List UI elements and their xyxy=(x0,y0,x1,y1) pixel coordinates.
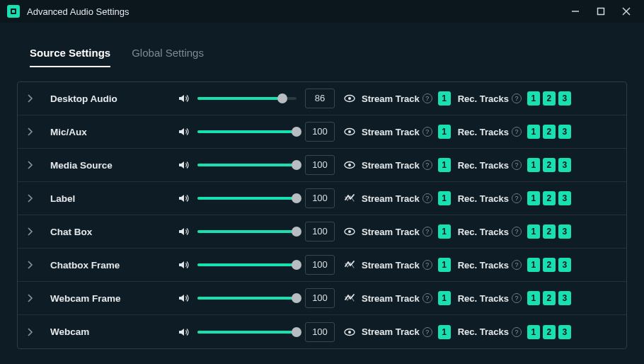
expand-chevron-icon[interactable] xyxy=(28,261,38,269)
rec-track-badge[interactable]: 1 xyxy=(527,258,540,272)
expand-chevron-icon[interactable] xyxy=(28,328,38,336)
help-icon[interactable]: ? xyxy=(512,227,522,237)
rec-track-badge[interactable]: 2 xyxy=(543,191,556,205)
volume-icon[interactable] xyxy=(178,259,189,271)
volume-slider[interactable] xyxy=(197,258,297,272)
rec-track-badge[interactable]: 1 xyxy=(527,125,540,139)
help-icon[interactable]: ? xyxy=(422,293,432,303)
visibility-icon[interactable] xyxy=(343,159,356,171)
volume-icon[interactable] xyxy=(178,193,189,204)
rec-track-badge[interactable]: 3 xyxy=(558,191,571,205)
stream-track-badge[interactable]: 1 xyxy=(438,224,451,239)
volume-icon[interactable] xyxy=(178,93,189,104)
stream-track-badge[interactable]: 1 xyxy=(438,291,451,305)
volume-input[interactable]: 100 xyxy=(305,222,335,241)
rec-track-badge[interactable]: 3 xyxy=(558,91,571,106)
source-row: Desktop Audio86Stream Track?1Rec. Tracks… xyxy=(18,82,626,115)
stream-track-badge[interactable]: 1 xyxy=(438,258,451,272)
rec-track-badge[interactable]: 3 xyxy=(558,291,571,305)
audio-monitoring-icon[interactable] xyxy=(343,193,356,204)
audio-monitoring-icon[interactable] xyxy=(343,259,356,271)
expand-chevron-icon[interactable] xyxy=(28,94,38,103)
rec-track-badge[interactable]: 1 xyxy=(527,158,540,172)
rec-track-badge[interactable]: 1 xyxy=(527,325,540,339)
help-icon[interactable]: ? xyxy=(512,160,522,170)
audio-monitoring-icon[interactable] xyxy=(343,292,356,304)
help-icon[interactable]: ? xyxy=(422,127,432,137)
stream-track-badge[interactable]: 1 xyxy=(438,191,451,205)
expand-chevron-icon[interactable] xyxy=(28,161,38,169)
stream-track-badge[interactable]: 1 xyxy=(438,91,451,106)
expand-chevron-icon[interactable] xyxy=(28,194,38,203)
volume-slider[interactable] xyxy=(197,325,297,339)
rec-tracks-label: Rec. Tracks xyxy=(458,227,509,237)
stream-track-badge[interactable]: 1 xyxy=(438,158,451,172)
rec-track-badge[interactable]: 3 xyxy=(558,224,571,239)
tab-source-settings[interactable]: Source Settings xyxy=(30,47,110,67)
rec-track-badge[interactable]: 1 xyxy=(527,91,540,106)
help-icon[interactable]: ? xyxy=(512,327,522,337)
rec-track-badge[interactable]: 2 xyxy=(543,291,556,305)
rec-track-badge[interactable]: 3 xyxy=(558,258,571,272)
volume-slider[interactable] xyxy=(197,291,297,305)
volume-input[interactable]: 100 xyxy=(305,288,335,308)
volume-slider[interactable] xyxy=(197,224,297,239)
help-icon[interactable]: ? xyxy=(512,193,522,203)
maximize-button[interactable] xyxy=(589,3,613,20)
rec-track-badge[interactable]: 1 xyxy=(527,191,540,205)
help-icon[interactable]: ? xyxy=(422,327,432,337)
volume-input[interactable]: 86 xyxy=(305,89,335,108)
rec-track-badge[interactable]: 2 xyxy=(543,125,556,139)
help-icon[interactable]: ? xyxy=(512,293,522,303)
volume-input[interactable]: 100 xyxy=(305,255,335,275)
volume-input[interactable]: 100 xyxy=(305,188,335,208)
visibility-icon[interactable] xyxy=(343,126,356,137)
volume-slider[interactable] xyxy=(197,125,297,139)
help-icon[interactable]: ? xyxy=(512,260,522,270)
help-icon[interactable]: ? xyxy=(422,227,432,237)
visibility-icon[interactable] xyxy=(343,93,356,104)
help-icon[interactable]: ? xyxy=(512,127,522,137)
volume-slider[interactable] xyxy=(197,91,297,106)
help-icon[interactable]: ? xyxy=(422,260,432,270)
minimize-button[interactable] xyxy=(563,3,587,20)
help-icon[interactable]: ? xyxy=(422,193,432,203)
stream-track-badge[interactable]: 1 xyxy=(438,125,451,139)
rec-track-badge[interactable]: 2 xyxy=(543,325,556,339)
rec-track-badge[interactable]: 1 xyxy=(527,224,540,239)
volume-input[interactable]: 100 xyxy=(305,322,335,342)
visibility-icon[interactable] xyxy=(343,326,356,338)
rec-track-badge[interactable]: 2 xyxy=(543,91,556,106)
volume-icon[interactable] xyxy=(178,159,189,171)
expand-chevron-icon[interactable] xyxy=(28,227,38,236)
rec-track-badge[interactable]: 3 xyxy=(558,325,571,339)
volume-input[interactable]: 100 xyxy=(305,122,335,142)
stream-track-badge[interactable]: 1 xyxy=(438,325,451,339)
rec-tracks-label: Rec. Tracks xyxy=(458,260,509,271)
rec-tracks-label: Rec. Tracks xyxy=(458,160,509,171)
volume-icon[interactable] xyxy=(178,126,189,137)
volume-slider[interactable] xyxy=(197,191,297,205)
rec-track-badge[interactable]: 2 xyxy=(543,224,556,239)
rec-track-badge[interactable]: 3 xyxy=(558,125,571,139)
visibility-icon[interactable] xyxy=(343,226,356,237)
volume-icon[interactable] xyxy=(178,292,189,304)
help-icon[interactable]: ? xyxy=(422,160,432,170)
rec-tracks-group: 123 xyxy=(527,158,571,172)
rec-track-badge[interactable]: 2 xyxy=(543,158,556,172)
stream-track-label: Stream Track xyxy=(362,93,420,104)
help-icon[interactable]: ? xyxy=(422,93,432,103)
rec-track-badge[interactable]: 2 xyxy=(543,258,556,272)
expand-chevron-icon[interactable] xyxy=(28,127,38,136)
help-icon[interactable]: ? xyxy=(512,93,522,103)
source-name: Desktop Audio xyxy=(50,93,178,104)
rec-track-badge[interactable]: 3 xyxy=(558,158,571,172)
close-button[interactable] xyxy=(614,3,638,20)
tab-global-settings[interactable]: Global Settings xyxy=(132,47,204,67)
volume-input[interactable]: 100 xyxy=(305,155,335,175)
rec-track-badge[interactable]: 1 xyxy=(527,291,540,305)
volume-icon[interactable] xyxy=(178,326,189,338)
volume-icon[interactable] xyxy=(178,226,189,237)
volume-slider[interactable] xyxy=(197,158,297,172)
expand-chevron-icon[interactable] xyxy=(28,294,38,302)
